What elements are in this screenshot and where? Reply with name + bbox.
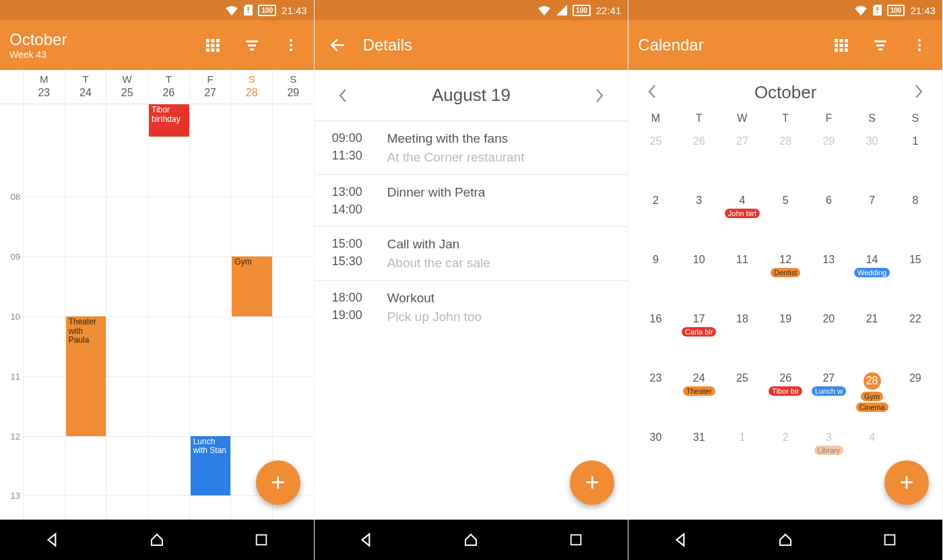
month-cell[interactable]: 6 <box>807 190 850 250</box>
month-cell[interactable]: 13 <box>807 250 850 309</box>
view-grid-button[interactable] <box>199 32 226 59</box>
month-cell[interactable]: 19 <box>764 309 807 368</box>
view-grid-button[interactable] <box>828 32 855 59</box>
week-event[interactable]: Theater with Paula <box>66 316 106 436</box>
month-cell[interactable]: 3 <box>678 190 721 250</box>
month-event-chip[interactable]: Dentist <box>771 268 800 277</box>
filter-button[interactable] <box>867 32 894 59</box>
month-cell[interactable]: 14Wedding <box>850 250 893 309</box>
month-cell[interactable]: 22 <box>894 309 937 368</box>
month-cell[interactable]: 27Lunch w <box>807 368 850 427</box>
agenda-times: 09:0011:30 <box>332 129 375 166</box>
month-cell[interactable]: 30 <box>850 131 893 190</box>
month-cell[interactable]: 20 <box>807 309 850 368</box>
weekday-header[interactable]: T24 <box>65 70 106 104</box>
month-cell[interactable]: 29 <box>807 131 850 190</box>
month-cell[interactable]: 8 <box>894 190 937 250</box>
month-cell[interactable]: 3Library <box>807 427 850 487</box>
month-cell[interactable]: 24Theater <box>678 368 721 427</box>
nav-back-button[interactable] <box>661 526 701 553</box>
month-cell[interactable]: 1 <box>721 427 764 487</box>
overflow-menu-button[interactable] <box>278 32 304 59</box>
month-cell[interactable]: 10 <box>678 250 721 309</box>
month-cell[interactable]: 28GymCinema <box>850 368 893 427</box>
nav-recent-button[interactable] <box>241 526 282 553</box>
month-cell[interactable]: 12Dentist <box>764 250 807 309</box>
agenda-item[interactable]: 09:0011:30 Meeting with the fans At the … <box>315 120 628 174</box>
month-cell[interactable]: 2 <box>764 427 807 487</box>
overflow-menu-button[interactable] <box>906 32 933 59</box>
month-cell[interactable]: 16 <box>634 309 677 368</box>
weekday-header[interactable]: S28 <box>230 70 272 104</box>
week-day-column[interactable] <box>106 137 148 520</box>
nav-back-button[interactable] <box>346 526 387 553</box>
prev-month-button[interactable] <box>647 83 657 102</box>
month-cell[interactable]: 18 <box>721 309 764 368</box>
month-cell[interactable]: 7 <box>850 190 893 250</box>
month-cell[interactable]: 31 <box>678 427 721 487</box>
appbar-subtitle: Week 43 <box>9 49 67 60</box>
allday-cell <box>272 104 314 137</box>
month-cell[interactable]: 25 <box>721 368 764 427</box>
month-grid[interactable]: 2526272829301234John birt56789101112Dent… <box>628 131 942 487</box>
month-event-chip[interactable]: Tibor bir <box>769 386 802 396</box>
month-cell[interactable]: 11 <box>721 250 764 309</box>
month-event-chip[interactable]: Wedding <box>854 268 890 277</box>
month-event-chip[interactable]: Lunch w <box>812 386 846 396</box>
month-cell[interactable]: 23 <box>634 368 677 427</box>
fab-add-event[interactable]: + <box>570 460 614 505</box>
week-event[interactable]: Gym <box>232 256 272 316</box>
week-day-column[interactable]: Gym <box>230 137 272 520</box>
month-event-chip[interactable]: Carla bir <box>682 327 717 337</box>
month-cell[interactable]: 26 <box>678 131 721 190</box>
month-event-chip[interactable]: John birt <box>725 209 760 218</box>
month-cell[interactable]: 17Carla bir <box>678 309 721 368</box>
month-cell[interactable]: 5 <box>764 190 807 250</box>
month-event-chip[interactable]: Library <box>814 446 844 455</box>
week-day-column[interactable]: Theater with Paula <box>65 137 106 520</box>
month-event-chip[interactable]: Gym <box>861 392 883 401</box>
month-cell[interactable]: 21 <box>850 309 893 368</box>
filter-button[interactable] <box>238 32 265 59</box>
nav-home-button[interactable] <box>451 526 491 553</box>
prev-day-button[interactable] <box>333 86 352 105</box>
month-event-chip[interactable]: Cinema <box>856 403 888 412</box>
month-cell[interactable]: 25 <box>634 131 677 190</box>
allday-event[interactable]: Tibor birthday <box>149 104 189 137</box>
weekday-header[interactable]: F27 <box>189 70 231 104</box>
nav-back-button[interactable] <box>32 526 73 553</box>
weekday-header[interactable]: S29 <box>272 70 314 104</box>
agenda-item[interactable]: 13:0014:00 Dinner with Petra <box>315 174 628 226</box>
week-day-column[interactable] <box>23 137 65 520</box>
agenda-item[interactable]: 18:0019:00 Workout Pick up John too <box>315 280 628 334</box>
fab-add-event[interactable]: + <box>884 460 929 505</box>
weekday-header[interactable]: M23 <box>23 70 65 104</box>
nav-home-button[interactable] <box>137 526 177 553</box>
month-cell[interactable]: 29 <box>894 368 937 427</box>
fab-add-event[interactable]: + <box>256 460 300 505</box>
month-event-chip[interactable]: Theater <box>683 386 715 396</box>
month-cell[interactable]: 30 <box>634 427 677 487</box>
month-cell[interactable]: 2 <box>634 190 677 250</box>
weekday-header[interactable]: W25 <box>106 70 148 104</box>
nav-recent-button[interactable] <box>556 526 596 553</box>
month-cell[interactable]: 1 <box>894 131 937 190</box>
month-cell[interactable]: 27 <box>721 131 764 190</box>
month-cell[interactable]: 4John birt <box>721 190 764 250</box>
month-cell[interactable]: 9 <box>634 250 677 309</box>
week-event[interactable]: Lunch with Stan <box>191 436 231 496</box>
next-month-button[interactable] <box>914 83 923 102</box>
month-cell[interactable]: 15 <box>894 250 937 309</box>
month-cell[interactable]: 28 <box>764 131 807 190</box>
week-day-column[interactable] <box>148 137 189 520</box>
week-day-column[interactable]: Lunch with Stan <box>189 137 231 520</box>
back-button[interactable] <box>324 32 351 59</box>
agenda-item[interactable]: 15:0015:30 Call with Jan About the car s… <box>315 226 628 280</box>
svg-rect-13 <box>250 48 254 50</box>
week-grid[interactable]: 08091011121314 Theater with PaulaLunch w… <box>0 137 314 520</box>
month-cell[interactable]: 26Tibor bir <box>764 368 807 427</box>
weekday-header[interactable]: T26 <box>148 70 189 104</box>
nav-home-button[interactable] <box>765 526 806 553</box>
next-day-button[interactable] <box>590 86 609 105</box>
nav-recent-button[interactable] <box>870 526 910 553</box>
